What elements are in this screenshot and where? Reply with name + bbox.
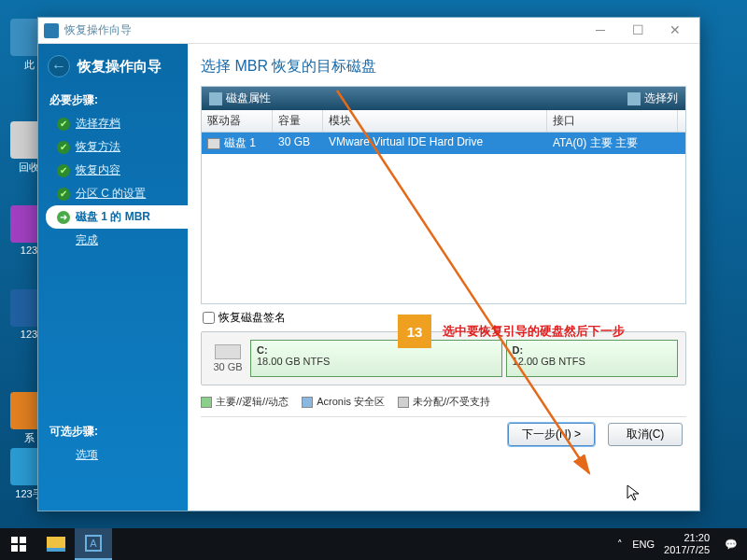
- partition-d[interactable]: D: 12.00 GB NTFS: [506, 340, 678, 377]
- window-title: 恢复操作向导: [64, 22, 582, 38]
- svg-rect-3: [11, 545, 18, 552]
- recover-signature-checkbox[interactable]: 恢复磁盘签名: [201, 304, 686, 331]
- check-icon: ✔: [57, 188, 70, 201]
- sidebar: ← 恢复操作向导 必要步骤: ✔选择存档 ✔恢复方法 ✔恢复内容 ✔分区 C 的…: [38, 44, 188, 511]
- main-panel: 选择 MBR 恢复的目标磁盘 磁盘属性 选择列 驱动器 容量 模块 接口 磁盘 …: [188, 44, 699, 511]
- table-header: 驱动器 容量 模块 接口: [202, 110, 685, 133]
- tray-notifications-icon[interactable]: 💬: [725, 539, 738, 551]
- wizard-window: 恢复操作向导 ─ ☐ ✕ ← 恢复操作向导 必要步骤: ✔选择存档 ✔恢复方法 …: [37, 17, 700, 511]
- legend-acronis-icon: [302, 397, 313, 408]
- button-row: 下一步(N) > 取消(C): [201, 416, 686, 446]
- disk-capacity-label: 30 GB: [209, 344, 247, 372]
- taskbar-explorer[interactable]: [37, 528, 75, 560]
- disk-properties-button[interactable]: 磁盘属性: [226, 91, 271, 106]
- start-button[interactable]: [0, 528, 37, 560]
- table-row[interactable]: 磁盘 1 30 GB VMware Virtual IDE Hard Drive…: [202, 133, 685, 154]
- step-options[interactable]: 选项: [38, 443, 188, 467]
- cancel-button[interactable]: 取消(C): [608, 423, 683, 446]
- drive-icon: [215, 344, 241, 359]
- check-icon: ✔: [57, 118, 70, 131]
- page-title: 选择 MBR 恢复的目标磁盘: [201, 57, 686, 77]
- empty-icon: [57, 449, 70, 462]
- table-empty-area[interactable]: [202, 154, 685, 303]
- tray-clock[interactable]: 21:20 2017/7/25: [664, 532, 715, 556]
- close-button[interactable]: ✕: [656, 21, 694, 41]
- step-archive[interactable]: ✔选择存档: [38, 112, 188, 135]
- disk-table: 磁盘属性 选择列 驱动器 容量 模块 接口 磁盘 1 30 GB VMware …: [201, 86, 686, 304]
- minimize-button[interactable]: ─: [582, 21, 619, 41]
- properties-icon: [209, 92, 222, 105]
- check-icon: ✔: [57, 141, 70, 154]
- step-finish[interactable]: 完成: [38, 229, 188, 252]
- check-icon: ✔: [57, 164, 70, 177]
- legend-unalloc-icon: [398, 397, 409, 408]
- step-content[interactable]: ✔恢复内容: [38, 159, 188, 182]
- step-partition-c[interactable]: ✔分区 C 的设置: [38, 182, 188, 205]
- svg-rect-1: [11, 537, 18, 543]
- optional-steps-title: 可选步骤:: [38, 420, 188, 443]
- back-button[interactable]: ←: [48, 55, 70, 77]
- arrow-icon: ➜: [57, 211, 70, 224]
- disk-icon: [207, 138, 220, 149]
- maximize-button[interactable]: ☐: [619, 21, 656, 41]
- step-mbr[interactable]: ➜磁盘 1 的 MBR: [46, 205, 188, 229]
- disk-map: 30 GB C: 18.00 GB NTFS D: 12.00 GB NTFS: [201, 331, 686, 385]
- table-toolbar: 磁盘属性 选择列: [202, 87, 685, 110]
- wizard-header: 恢复操作向导: [78, 58, 162, 76]
- app-icon: [44, 23, 59, 38]
- required-steps-title: 必要步骤:: [38, 89, 188, 112]
- app-icon: A: [85, 535, 102, 552]
- tray-lang[interactable]: ENG: [632, 539, 655, 550]
- svg-rect-4: [20, 545, 26, 552]
- step-method[interactable]: ✔恢复方法: [38, 135, 188, 159]
- taskbar: A ˄ ENG 21:20 2017/7/25 💬: [0, 528, 747, 560]
- tray-chevron-icon[interactable]: ˄: [617, 539, 623, 551]
- empty-icon: [57, 234, 70, 247]
- checkbox-input[interactable]: [203, 312, 215, 324]
- folder-icon: [47, 537, 65, 552]
- taskbar-app[interactable]: A: [75, 528, 112, 560]
- choose-columns-button[interactable]: 选择列: [644, 91, 678, 106]
- titlebar[interactable]: 恢复操作向导 ─ ☐ ✕: [38, 18, 699, 44]
- partition-c[interactable]: C: 18.00 GB NTFS: [250, 340, 502, 377]
- windows-icon: [11, 537, 26, 552]
- legend-primary-icon: [201, 397, 212, 408]
- svg-rect-2: [20, 537, 26, 543]
- next-button[interactable]: 下一步(N) >: [508, 423, 595, 446]
- system-tray[interactable]: ˄ ENG 21:20 2017/7/25 💬: [608, 532, 747, 556]
- legend: 主要//逻辑//动态 Acronis 安全区 未分配//不受支持: [201, 393, 686, 416]
- columns-icon: [627, 92, 641, 105]
